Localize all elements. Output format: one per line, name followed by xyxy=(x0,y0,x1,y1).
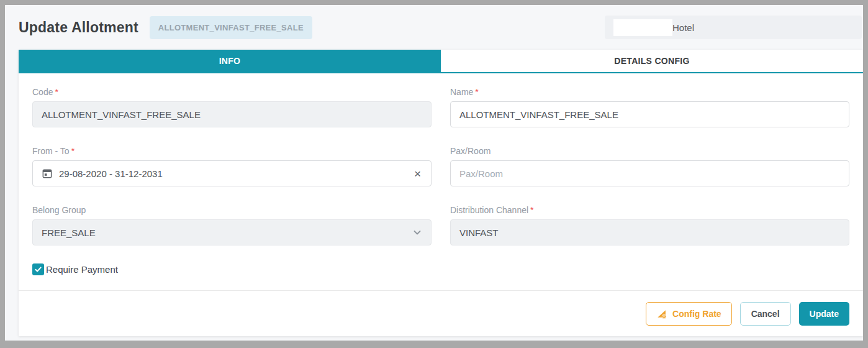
tab-info[interactable]: INFO xyxy=(19,50,441,72)
pax-room-input[interactable] xyxy=(450,160,849,186)
footer-actions: Config Rate Cancel Update xyxy=(19,291,863,336)
name-field-group: Name* xyxy=(450,87,849,127)
update-allotment-page: Update Allotment ALLOTMENT_VINFAST_FREE_… xyxy=(5,5,863,341)
belong-group-select[interactable]: FREE_SALE xyxy=(32,219,432,245)
required-asterisk: * xyxy=(55,87,58,97)
allotment-form-card: INFO DETAILS CONFIG Code* Name* From - T… xyxy=(19,50,863,336)
hotel-name-redacted-block xyxy=(613,19,672,36)
code-label: Code* xyxy=(32,87,432,97)
name-input[interactable] xyxy=(450,101,849,127)
cancel-label: Cancel xyxy=(751,309,780,319)
from-to-label: From - To* xyxy=(32,146,432,156)
require-payment-checkbox[interactable] xyxy=(32,263,44,275)
page-header: Update Allotment ALLOTMENT_VINFAST_FREE_… xyxy=(5,5,863,50)
cancel-button[interactable]: Cancel xyxy=(740,302,791,326)
require-payment-checkbox-row[interactable]: Require Payment xyxy=(32,263,849,275)
require-payment-label: Require Payment xyxy=(46,264,118,275)
allotment-code-badge: ALLOTMENT_VINFAST_FREE_SALE xyxy=(150,16,312,39)
distribution-channel-label: Distribution Channel* xyxy=(450,205,849,215)
tab-details-config[interactable]: DETAILS CONFIG xyxy=(441,50,863,72)
rate-config-icon xyxy=(656,308,667,319)
required-asterisk: * xyxy=(475,87,478,97)
config-rate-button[interactable]: Config Rate xyxy=(646,302,732,326)
distribution-channel-input[interactable] xyxy=(450,219,849,245)
required-asterisk: * xyxy=(71,146,75,156)
date-range-input[interactable]: 29-08-2020 - 31-12-2031 × xyxy=(32,160,432,186)
check-icon xyxy=(34,265,42,273)
from-to-field-group: From - To* 29-08-2020 - 31-12-2031 × xyxy=(32,146,432,186)
belong-group-label: Belong Group xyxy=(32,205,432,215)
info-tab-panel: Code* Name* From - To* xyxy=(19,73,863,290)
update-label: Update xyxy=(810,309,839,319)
page-title: Update Allotment xyxy=(19,19,138,36)
pax-room-label: Pax/Room xyxy=(450,146,849,156)
belong-group-field-group: Belong Group FREE_SALE xyxy=(32,205,432,245)
hotel-selector-label: Hotel xyxy=(672,22,694,33)
distribution-channel-field-group: Distribution Channel* xyxy=(450,205,849,245)
pax-room-field-group: Pax/Room xyxy=(450,146,849,186)
belong-group-value: FREE_SALE xyxy=(42,227,96,238)
chevron-down-icon xyxy=(412,227,422,237)
form-grid: Code* Name* From - To* xyxy=(32,87,849,245)
name-label: Name* xyxy=(450,87,849,97)
tab-bar: INFO DETAILS CONFIG xyxy=(19,50,863,73)
required-asterisk: * xyxy=(530,205,533,215)
update-button[interactable]: Update xyxy=(799,302,849,326)
date-range-value: 29-08-2020 - 31-12-2031 xyxy=(59,168,407,179)
config-rate-label: Config Rate xyxy=(672,309,721,319)
code-field-group: Code* xyxy=(32,87,432,127)
code-input[interactable] xyxy=(32,101,432,127)
clear-date-icon[interactable]: × xyxy=(413,168,422,180)
calendar-icon xyxy=(42,168,53,179)
hotel-selector[interactable]: Hotel xyxy=(605,16,862,39)
